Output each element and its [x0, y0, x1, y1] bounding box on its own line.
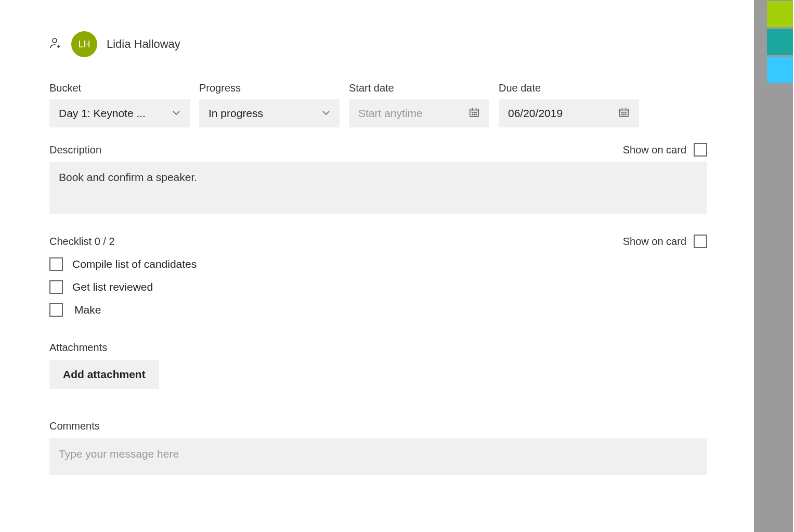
- checklist-header: Checklist 0 / 2 Show on card: [49, 235, 707, 248]
- start-date-placeholder: Start anytime: [358, 107, 423, 120]
- task-detail-panel: LH Lidia Halloway Bucket Day 1: Keynote …: [0, 0, 754, 532]
- description-value: Book and confirm a speaker.: [59, 171, 197, 183]
- progress-select[interactable]: In progress: [199, 99, 340, 127]
- checklist-item-label: Compile list of candidates: [72, 258, 197, 270]
- avatar-initials: LH: [78, 39, 90, 50]
- svg-point-20: [622, 114, 622, 114]
- description-show-on-card[interactable]: Show on card: [623, 143, 707, 157]
- bucket-select[interactable]: Day 1: Keynote ...: [49, 99, 190, 127]
- chevron-down-icon: [322, 107, 330, 120]
- bucket-value: Day 1: Keynote ...: [59, 107, 146, 120]
- assignee-row: LH Lidia Halloway: [49, 31, 707, 57]
- checklist-item[interactable]: Compile list of candidates: [49, 257, 707, 271]
- description-label: Description: [49, 144, 101, 156]
- add-attachment-label: Add attachment: [63, 368, 146, 380]
- progress-field: Progress In progress: [199, 82, 340, 127]
- comments-textarea[interactable]: Type your message here: [49, 438, 707, 475]
- right-sidebar: [754, 0, 793, 532]
- chevron-down-icon: [172, 107, 180, 120]
- svg-point-12: [476, 114, 476, 114]
- assignee-name: Lidia Halloway: [107, 37, 180, 51]
- show-on-card-label: Show on card: [623, 144, 686, 156]
- svg-point-17: [622, 112, 622, 113]
- progress-value: In progress: [209, 107, 263, 120]
- svg-point-11: [474, 114, 474, 114]
- due-date-value: 06/20/2019: [508, 107, 563, 120]
- color-tag-teal[interactable]: [767, 29, 793, 55]
- start-date-field: Start date Start anytime: [349, 82, 489, 127]
- due-date-label: Due date: [499, 82, 639, 94]
- checkbox-icon[interactable]: [49, 280, 63, 294]
- start-date-input[interactable]: Start anytime: [349, 99, 489, 127]
- svg-point-19: [626, 112, 626, 113]
- checklist-item[interactable]: Get list reviewed: [49, 280, 707, 294]
- add-person-icon[interactable]: [49, 37, 62, 51]
- checkbox-icon[interactable]: [49, 257, 63, 271]
- checkbox-icon[interactable]: [694, 235, 707, 248]
- comments-placeholder: Type your message here: [59, 448, 179, 460]
- progress-label: Progress: [199, 82, 340, 94]
- avatar[interactable]: LH: [71, 31, 97, 57]
- svg-point-8: [474, 112, 474, 113]
- svg-point-21: [623, 114, 624, 114]
- add-attachment-button[interactable]: Add attachment: [49, 360, 159, 389]
- color-tag-lime[interactable]: [767, 1, 793, 27]
- svg-point-0: [53, 38, 57, 43]
- checklist-item-label: Make: [72, 304, 101, 316]
- start-date-label: Start date: [349, 82, 489, 94]
- checklist-show-on-card[interactable]: Show on card: [623, 235, 707, 248]
- checklist-items: Compile list of candidates Get list revi…: [49, 257, 707, 317]
- description-textarea[interactable]: Book and confirm a speaker.: [49, 162, 707, 214]
- svg-point-10: [472, 114, 473, 114]
- checklist-item-label: Get list reviewed: [72, 281, 153, 293]
- svg-point-18: [623, 112, 624, 113]
- attachments-label: Attachments: [49, 342, 707, 354]
- due-date-input[interactable]: 06/20/2019: [499, 99, 639, 127]
- checkbox-icon[interactable]: [694, 143, 707, 157]
- bucket-label: Bucket: [49, 82, 190, 94]
- due-date-field: Due date 06/20/2019: [499, 82, 639, 127]
- checklist-item[interactable]: Make: [49, 303, 707, 317]
- field-row: Bucket Day 1: Keynote ... Progress In pr…: [49, 82, 707, 127]
- comments-label: Comments: [49, 420, 707, 432]
- calendar-icon: [468, 107, 480, 121]
- checklist-label: Checklist 0 / 2: [49, 236, 115, 248]
- color-tag-sky[interactable]: [767, 57, 793, 83]
- checkbox-icon[interactable]: [49, 303, 63, 317]
- show-on-card-label: Show on card: [623, 236, 686, 248]
- calendar-icon: [618, 107, 630, 121]
- bucket-field: Bucket Day 1: Keynote ...: [49, 82, 190, 127]
- svg-point-22: [626, 114, 626, 114]
- svg-point-7: [472, 112, 473, 113]
- description-header: Description Show on card: [49, 143, 707, 157]
- svg-point-9: [476, 112, 476, 113]
